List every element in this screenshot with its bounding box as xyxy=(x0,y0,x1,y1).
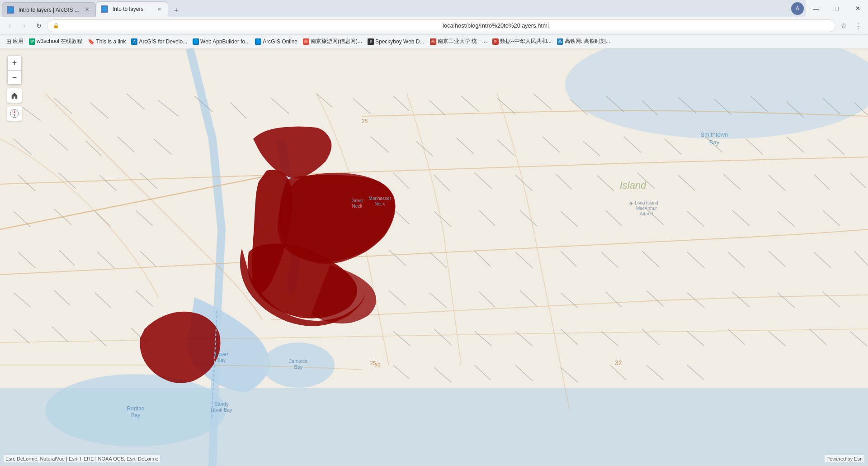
bookmark-webappbuilder[interactable]: 🌐 Web AppBuilder fo... xyxy=(190,37,252,47)
bookmark-nanjing-tour[interactable]: 南 南京旅游网(信息网)... xyxy=(300,37,365,47)
bookmark-speckyboy[interactable]: S Speckyboy Web D... xyxy=(365,37,427,47)
tab1-close[interactable]: ✕ xyxy=(84,6,91,14)
map-attribution: Esri, DeLorme, NaturalVue | Esri, HERE |… xyxy=(4,455,160,462)
home-button[interactable] xyxy=(7,88,22,103)
map-background: Smithtown Bay Island Long Island MacArth… xyxy=(0,48,868,466)
bookmarks-bar: ⊞ 应用 W w3school 在线教程 🔖 This is a link A … xyxy=(0,35,868,48)
bookmark-nanjinguniv-label: 南京工业大学 统一... xyxy=(438,38,487,45)
profile-button[interactable]: A xyxy=(791,2,804,15)
map-controls: + − xyxy=(7,56,22,124)
bookmark-star[interactable]: ☆ xyxy=(837,19,850,32)
tab-arcgis[interactable]: 🌐 Intro to layers | ArcGIS ... ✕ xyxy=(2,2,96,17)
zoom-in-button[interactable]: + xyxy=(7,56,22,70)
svg-text:Manhasset: Manhasset xyxy=(369,196,391,201)
apps-icon: ⊞ xyxy=(6,38,11,45)
svg-text:Island: Island xyxy=(620,180,646,191)
svg-text:Lower: Lower xyxy=(215,352,228,357)
navigation-bar: ‹ › ↻ 🔒 localhost/blog/Intro%20to%20laye… xyxy=(0,17,868,35)
smithtown-bay-label: Smithtown xyxy=(701,131,728,138)
nanjinguniv-favicon: 南 xyxy=(430,38,436,45)
bookmark-nanjingtour-label: 南京旅游网(信息网)... xyxy=(311,38,362,45)
svg-text:Neck: Neck xyxy=(352,204,363,209)
tab2-title: Into to layers xyxy=(113,6,151,12)
bookmark-thislink[interactable]: 🔖 This is a link xyxy=(85,37,128,47)
maximize-button[interactable]: □ xyxy=(826,0,847,17)
address-text: localhost/blog/Intro%20to%20layers.html xyxy=(443,22,830,29)
powered-by-esri: Powered by Esri xyxy=(825,455,864,462)
bookmark-arcgis-dev[interactable]: A ArcGIS for Develo... xyxy=(128,37,190,47)
menu-button[interactable]: ⋮ xyxy=(852,19,864,32)
bookmark-china-data[interactable]: G 数据--中华人民共和... xyxy=(490,37,554,47)
svg-text:Raritan: Raritan xyxy=(127,405,145,412)
nanjingtour-favicon: 南 xyxy=(303,38,309,45)
bookmark-speckyboy-label: Speckyboy Web D... xyxy=(375,38,425,45)
address-bar[interactable]: 🔒 localhost/blog/Intro%20to%20layers.htm… xyxy=(47,19,835,32)
tab1-favicon: 🌐 xyxy=(7,6,14,14)
w3school-favicon: W xyxy=(29,38,35,45)
gaotie-favicon: 高 xyxy=(557,38,563,45)
browser-chrome: 🌐 Intro to layers | ArcGIS ... ✕ 🌐 Into … xyxy=(0,0,868,48)
bookmark-w3school-label: w3school 在线教程 xyxy=(37,38,82,45)
bookmark-arcgisdev-label: ArcGIS for Develo... xyxy=(139,38,187,45)
refresh-button[interactable]: ↻ xyxy=(33,19,45,32)
svg-text:32: 32 xyxy=(615,359,622,366)
tab-layers[interactable]: 🌐 Into to layers ✕ xyxy=(96,1,168,17)
map-container[interactable]: Smithtown Bay Island Long Island MacArth… xyxy=(0,48,868,466)
tab2-close[interactable]: ✕ xyxy=(156,5,163,13)
lock-icon: 🔒 xyxy=(53,23,440,29)
home-icon xyxy=(10,91,19,100)
svg-text:Bay: Bay xyxy=(217,357,226,363)
svg-text:Bay: Bay xyxy=(294,364,303,370)
svg-text:25: 25 xyxy=(362,118,368,124)
svg-text:Hook Bay: Hook Bay xyxy=(211,407,232,413)
speckyboy-favicon: S xyxy=(368,38,374,45)
bookmark-gaotie[interactable]: 高 高铁网: 高铁时刻... xyxy=(554,37,613,47)
back-button[interactable]: ‹ xyxy=(4,19,16,32)
bookmark-apps-label: 应用 xyxy=(13,38,24,45)
new-tab-button[interactable]: + xyxy=(170,4,183,17)
svg-text:Neck: Neck xyxy=(375,201,386,206)
compass-button[interactable] xyxy=(7,106,22,121)
minimize-button[interactable]: — xyxy=(806,0,826,17)
tab2-favicon: 🌐 xyxy=(101,5,108,13)
bookmark-thislink-label: This is a link xyxy=(96,38,126,45)
bookmark-nanjing-univ[interactable]: 南 南京工业大学 统一... xyxy=(427,37,490,47)
bookmark-arcgisonline[interactable]: 🌐 ArcGIS Online xyxy=(252,37,300,47)
zoom-controls: + − xyxy=(7,56,22,85)
svg-text:Sandy: Sandy xyxy=(214,401,229,407)
tab1-title: Intro to layers | ArcGIS ... xyxy=(19,7,79,13)
bookmark-apps[interactable]: ⊞ 应用 xyxy=(4,37,26,47)
svg-text:Bay: Bay xyxy=(131,412,141,418)
bookmark-arcgisonline-label: ArcGIS Online xyxy=(263,38,297,45)
svg-text:Jamaica: Jamaica xyxy=(289,358,308,364)
svg-text:Airport: Airport xyxy=(640,211,653,216)
svg-text:MacArthur: MacArthur xyxy=(636,206,657,211)
svg-text:Great: Great xyxy=(351,198,363,203)
arcgisonline-favicon: 🌐 xyxy=(255,38,261,45)
svg-text:✈: ✈ xyxy=(628,200,634,207)
thislink-favicon: 🔖 xyxy=(88,38,94,45)
webappbuilder-favicon: 🌐 xyxy=(193,38,199,45)
svg-text:Bay: Bay xyxy=(709,139,720,146)
bookmark-webappbuilder-label: Web AppBuilder fo... xyxy=(200,38,250,45)
forward-button[interactable]: › xyxy=(18,19,31,32)
bookmark-chinadata-label: 数据--中华人民共和... xyxy=(500,38,552,45)
close-button[interactable]: ✕ xyxy=(847,0,868,17)
bookmark-w3school[interactable]: W w3school 在线教程 xyxy=(26,37,85,47)
compass-icon xyxy=(10,109,19,118)
svg-text:Long Island: Long Island xyxy=(635,200,658,205)
arcgisdev-favicon: A xyxy=(131,38,137,45)
bookmark-gaotie-label: 高铁网: 高铁时刻... xyxy=(565,38,610,45)
chinadata-favicon: G xyxy=(492,38,499,45)
svg-text:26: 26 xyxy=(374,362,381,369)
zoom-out-button[interactable]: − xyxy=(7,70,22,85)
